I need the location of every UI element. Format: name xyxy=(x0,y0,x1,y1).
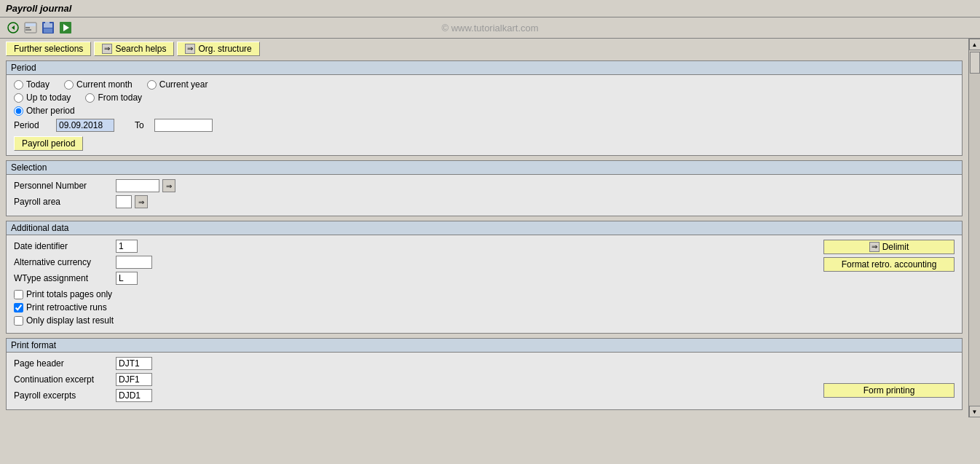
additional-data-section: Additional data Date identifier Alternat… xyxy=(6,221,963,334)
selection-section-title: Selection xyxy=(7,161,962,175)
back-icon[interactable] xyxy=(6,20,20,35)
radio-other-period[interactable]: Other period xyxy=(14,106,75,116)
print-format-two-col: Page header Continuation excerpt Payroll… xyxy=(14,357,955,405)
execute-icon[interactable] xyxy=(58,20,73,35)
payroll-excerpts-label: Payroll excerpts xyxy=(14,390,116,401)
radio-up-to-today[interactable]: Up to today xyxy=(14,93,71,103)
svg-rect-3 xyxy=(25,23,36,26)
period-radio-row3: Other period xyxy=(14,106,955,116)
payroll-area-search-button[interactable]: ⇒ xyxy=(135,195,148,208)
scrollbar: ▲ ▼ xyxy=(968,39,980,417)
payroll-area-input[interactable] xyxy=(116,195,132,208)
radio-other-period-input[interactable] xyxy=(14,106,23,116)
print-retroactive-label: Print retroactive runs xyxy=(26,302,107,312)
print-format-section: Print format Page header Continuation ex… xyxy=(6,338,963,410)
radio-up-to-today-input[interactable] xyxy=(14,93,23,103)
period-section-title: Period xyxy=(7,61,962,75)
additional-right-col: ⇒ Delimit Format retro. accounting xyxy=(823,240,955,272)
date-identifier-row: Date identifier xyxy=(14,240,802,253)
scroll-up-button[interactable]: ▲ xyxy=(969,39,981,50)
print-format-title: Print format xyxy=(7,339,962,353)
period-to-input[interactable] xyxy=(154,119,213,132)
content-area: Further selections ⇒ Search helps ⇒ Org.… xyxy=(0,39,968,417)
personnel-number-label: Personnel Number xyxy=(14,181,116,191)
additional-data-title: Additional data xyxy=(7,221,962,235)
personnel-number-search-button[interactable]: ⇒ xyxy=(162,179,175,192)
print-format-content: Page header Continuation excerpt Payroll… xyxy=(7,353,962,409)
nav-buttons: Further selections ⇒ Search helps ⇒ Org.… xyxy=(6,42,963,56)
period-section-content: Today Current month Current year xyxy=(7,75,962,155)
continuation-excerpt-row: Continuation excerpt xyxy=(14,373,802,386)
svg-rect-5 xyxy=(25,29,31,31)
radio-other-period-label: Other period xyxy=(26,106,75,116)
personnel-number-row: Personnel Number ⇒ xyxy=(14,179,955,192)
selection-section-content: Personnel Number ⇒ Payroll area ⇒ xyxy=(7,175,962,216)
additional-left-col: Date identifier Alternative currency WTy… xyxy=(14,240,802,329)
search-helps-arrow-icon: ⇒ xyxy=(102,44,112,54)
period-section: Period Today Current month Current year xyxy=(6,60,963,156)
main-content: Further selections ⇒ Search helps ⇒ Org.… xyxy=(0,39,980,417)
print-format-left-col: Page header Continuation excerpt Payroll… xyxy=(14,357,802,405)
continuation-excerpt-input[interactable] xyxy=(116,373,152,386)
org-structure-arrow-icon: ⇒ xyxy=(185,44,195,54)
radio-current-year-label: Current year xyxy=(159,79,208,90)
alternative-currency-label: Alternative currency xyxy=(14,257,116,267)
radio-current-month-input[interactable] xyxy=(64,80,74,90)
print-retroactive-checkbox[interactable] xyxy=(14,303,23,312)
radio-current-month[interactable]: Current month xyxy=(64,79,133,90)
radio-from-today-input[interactable] xyxy=(85,93,95,103)
additional-two-col: Date identifier Alternative currency WTy… xyxy=(14,240,955,329)
radio-today[interactable]: Today xyxy=(14,79,50,90)
org-structure-button[interactable]: ⇒ Org. structure xyxy=(177,42,259,56)
date-identifier-input[interactable] xyxy=(116,240,138,253)
page-header-row: Page header xyxy=(14,357,802,370)
print-format-right-col: Form printing xyxy=(823,357,955,398)
print-totals-checkbox[interactable] xyxy=(14,290,23,299)
alternative-currency-input[interactable] xyxy=(116,256,152,269)
payroll-excerpts-row: Payroll excerpts xyxy=(14,389,802,402)
search-helps-button[interactable]: ⇒ Search helps xyxy=(94,42,174,56)
payroll-area-row: Payroll area ⇒ xyxy=(14,195,955,208)
wtype-assignment-input[interactable] xyxy=(116,272,138,285)
payroll-period-button[interactable]: Payroll period xyxy=(14,136,83,151)
save-icon[interactable] xyxy=(41,20,55,35)
wtype-assignment-row: WType assignment xyxy=(14,272,802,285)
page-header-input[interactable] xyxy=(116,357,152,370)
payroll-excerpts-input[interactable] xyxy=(116,389,152,402)
radio-from-today[interactable]: From today xyxy=(85,93,142,103)
radio-today-label: Today xyxy=(26,79,50,90)
form-printing-button[interactable]: Form printing xyxy=(823,383,955,398)
wtype-assignment-label: WType assignment xyxy=(14,273,116,283)
only-display-last-checkbox[interactable] xyxy=(14,316,23,326)
print-totals-row: Print totals pages only xyxy=(14,289,802,299)
period-from-input[interactable] xyxy=(56,119,114,132)
page-title: Payroll journal xyxy=(6,3,71,14)
personnel-number-input[interactable] xyxy=(116,179,159,192)
forward-icon[interactable] xyxy=(23,20,38,35)
scroll-down-button[interactable]: ▼ xyxy=(969,406,981,417)
print-totals-label: Print totals pages only xyxy=(26,289,112,299)
delimit-button[interactable]: ⇒ Delimit xyxy=(823,240,955,254)
date-identifier-label: Date identifier xyxy=(14,241,116,251)
period-input-row: Period To xyxy=(14,119,955,132)
radio-today-input[interactable] xyxy=(14,80,23,90)
radio-current-year-input[interactable] xyxy=(147,80,157,90)
radio-current-year[interactable]: Current year xyxy=(147,79,208,90)
page-header-label: Page header xyxy=(14,358,116,369)
checkboxes-group: Print totals pages only Print retroactiv… xyxy=(14,289,802,326)
further-selections-button[interactable]: Further selections xyxy=(6,42,91,56)
period-radio-row1: Today Current month Current year xyxy=(14,79,955,90)
format-retro-button[interactable]: Format retro. accounting xyxy=(823,257,955,272)
print-retroactive-row: Print retroactive runs xyxy=(14,302,802,312)
continuation-excerpt-label: Continuation excerpt xyxy=(14,374,116,385)
watermark: © www.tutorialkart.com xyxy=(441,23,538,34)
period-field-label: Period xyxy=(14,120,50,130)
scroll-track xyxy=(969,50,981,406)
only-display-last-row: Only display last result xyxy=(14,315,802,326)
delimit-arrow-icon: ⇒ xyxy=(869,242,880,252)
radio-current-month-label: Current month xyxy=(76,79,133,90)
scroll-thumb[interactable] xyxy=(970,52,980,74)
svg-marker-1 xyxy=(12,25,15,30)
period-radio-row2: Up to today From today xyxy=(14,93,955,103)
toolbar: © www.tutorialkart.com xyxy=(0,17,980,39)
